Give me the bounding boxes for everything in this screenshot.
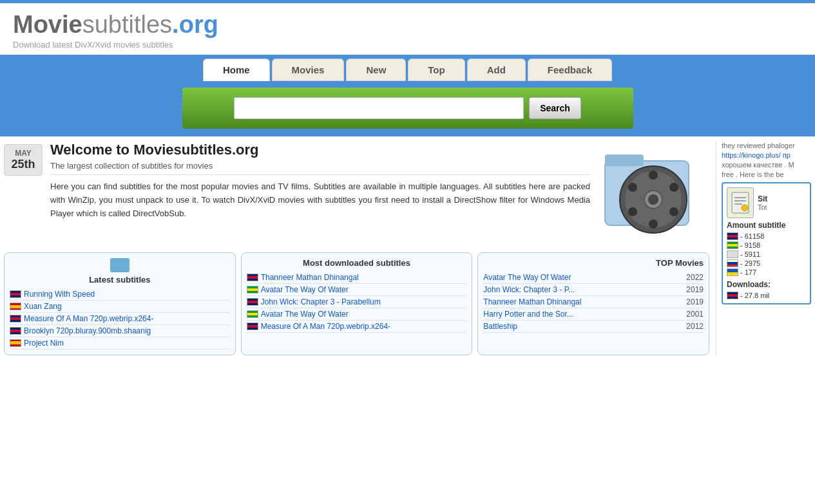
top-year-3: 2019: [686, 297, 704, 306]
list-item: Avatar The Way Of Water: [247, 284, 467, 296]
flag-br-stat-icon: [727, 241, 738, 249]
latest-link-3[interactable]: Measure Of A Man 720p.webrip.x264-: [24, 314, 153, 323]
stat-uk: - 61158: [727, 232, 806, 240]
list-item: John Wick: Chapter 3 - P... 2019: [483, 284, 704, 296]
document-icon: [731, 191, 750, 214]
list-item: Brooklyn 720p.bluray.900mb.shaanig: [10, 325, 230, 337]
main-content: MAY 25th Welcome to Moviesubtitles.org T…: [4, 142, 716, 355]
date-box: MAY 25th: [4, 144, 43, 176]
site-header: Moviesubtitles.org Download latest DivX/…: [0, 3, 815, 55]
date-block: MAY 25th: [4, 142, 50, 245]
downloaded-link-1[interactable]: Thanneer Mathan Dhinangal: [261, 273, 359, 282]
title-org: .org: [172, 11, 218, 38]
nav-top[interactable]: Top: [408, 59, 465, 81]
stats-heading: Sit: [758, 194, 767, 203]
downloads-label: Downloads:: [727, 280, 806, 289]
latest-link-4[interactable]: Brooklyn 720p.bluray.900mb.shaanig: [24, 326, 151, 335]
stat-ru-count: - 2975: [740, 259, 760, 267]
downloaded-link-4[interactable]: Avatar The Way Of Water: [261, 310, 349, 319]
flag-ua-stat-icon: [727, 268, 738, 276]
downloaded-link-3[interactable]: John Wick: Chapter 3 - Parabellum: [261, 297, 381, 306]
top-link-4[interactable]: Harry Potter and the Sor...: [483, 310, 573, 319]
flag-ru-stat-icon: [727, 259, 738, 267]
top-movies-title: TOP Movies: [483, 258, 704, 268]
top-year-4: 2001: [686, 310, 704, 319]
list-item: Avatar The Way Of Water: [247, 308, 467, 321]
stats-text: Sit Tot: [758, 194, 767, 211]
list-item: Measure Of A Man 720p.webrip.x264-: [247, 321, 467, 333]
nav-tabs: Home Movies New Top Add Feedback: [203, 59, 612, 81]
top-movies-box: TOP Movies Avatar The Way Of Water 2022 …: [477, 252, 709, 355]
date-day: 25th: [7, 158, 39, 171]
site-title: Moviesubtitles.org: [13, 11, 802, 39]
download-uk-count: - 27.8 mil: [740, 292, 769, 299]
stat-uk-count: - 61158: [740, 232, 764, 240]
list-item: Avatar The Way Of Water 2022: [483, 272, 704, 284]
welcome-heading: Welcome to Moviesubtitles.org: [50, 142, 590, 158]
sidebar-stats-box: Sit Tot Amount subtitle - 61158 - 9158 -…: [722, 182, 811, 304]
latest-link-2[interactable]: Xuan Zang: [24, 302, 62, 311]
latest-link-1[interactable]: Running With Speed: [24, 290, 95, 299]
flag-uk-icon: [247, 274, 258, 281]
three-cols: Latest subtitles Running With Speed Xuan…: [4, 252, 709, 355]
sidebar-comment-4: free . Here is the be: [722, 171, 811, 178]
stat-br-count: - 9158: [740, 241, 760, 249]
latest-subtitles-box: Latest subtitles Running With Speed Xuan…: [4, 252, 236, 355]
download-stat-uk: - 27.8 mil: [727, 292, 806, 299]
stats-header: Sit Tot: [727, 187, 806, 218]
flag-br-icon: [247, 310, 258, 318]
flag-uk-icon: [10, 290, 21, 298]
amount-label: Amount subtitle: [727, 221, 806, 230]
most-downloaded-title: Most downloaded subtitles: [247, 258, 467, 268]
search-section: Search: [0, 85, 815, 136]
svg-point-9: [669, 183, 678, 192]
flag-uk-icon: [10, 327, 21, 335]
flag-uk-dl-icon: [727, 292, 738, 299]
flag-uk-icon: [247, 322, 258, 330]
flag-br-icon: [247, 286, 258, 294]
top-link-5[interactable]: Battleship: [483, 322, 517, 331]
title-movie: Movie: [13, 11, 82, 38]
stat-none-count: - 5911: [740, 250, 760, 258]
welcome-content: Welcome to Moviesubtitles.org The larges…: [50, 142, 709, 245]
welcome-subtitle: The largest collection of subtitles for …: [50, 161, 590, 171]
title-subtitles: subtitles: [82, 11, 172, 38]
welcome-text-area: Welcome to Moviesubtitles.org The larges…: [50, 142, 590, 245]
svg-point-11: [669, 207, 678, 216]
top-link-1[interactable]: Avatar The Way Of Water: [483, 273, 571, 282]
film-image-area: [590, 142, 709, 245]
nav-add[interactable]: Add: [467, 59, 526, 81]
nav-home[interactable]: Home: [203, 59, 270, 81]
flag-uk-icon: [10, 315, 21, 322]
top-link-3[interactable]: Thanneer Mathan Dhinangal: [483, 297, 581, 306]
list-item: Xuan Zang: [10, 301, 230, 313]
top-year-1: 2022: [686, 273, 704, 282]
svg-point-5: [648, 194, 658, 205]
nav-new[interactable]: New: [346, 59, 406, 81]
film-reel-icon: [599, 142, 702, 245]
stat-none: - 5911: [727, 250, 806, 258]
nav-feedback[interactable]: Feedback: [528, 59, 612, 81]
downloaded-link-2[interactable]: Avatar The Way Of Water: [261, 285, 349, 294]
top-link-2[interactable]: John Wick: Chapter 3 - P...: [483, 285, 575, 294]
stats-doc-icon: [727, 187, 754, 218]
latest-link-5[interactable]: Project Nim: [24, 339, 64, 348]
search-button[interactable]: Search: [529, 97, 581, 119]
latest-title: Latest subtitles: [10, 275, 230, 285]
flag-es-icon: [10, 303, 21, 310]
nav-movies[interactable]: Movies: [272, 59, 345, 81]
stat-ua-count: - 177: [740, 268, 756, 276]
latest-icon: [110, 258, 129, 272]
latest-icon-row: [10, 258, 230, 272]
downloaded-link-5[interactable]: Measure Of A Man 720p.webrip.x264-: [261, 322, 390, 331]
flag-uk-stat-icon: [727, 232, 738, 240]
list-item: Harry Potter and the Sor... 2001: [483, 308, 704, 321]
nav-bar: Home Movies New Top Add Feedback: [0, 55, 815, 85]
search-inner: Search: [182, 88, 633, 129]
most-downloaded-box: Most downloaded subtitles Thanneer Matha…: [241, 252, 473, 355]
search-input[interactable]: [234, 97, 524, 119]
top-year-5: 2012: [686, 322, 704, 331]
flag-none-icon: [727, 250, 738, 258]
list-item: Thanneer Mathan Dhinangal 2019: [483, 296, 704, 308]
list-item: Project Nim: [10, 337, 230, 350]
